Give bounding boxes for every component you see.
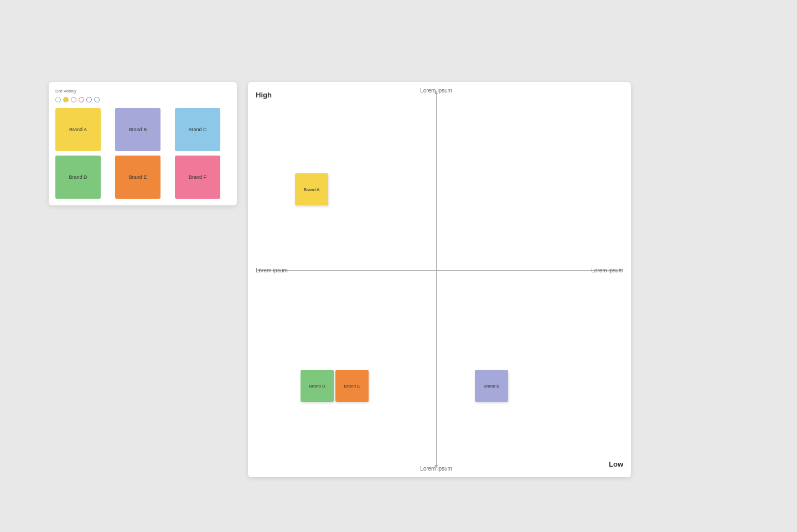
sticky-note-brand-a[interactable]: Brand A xyxy=(55,108,101,151)
dot-red[interactable] xyxy=(79,97,84,102)
matrix-sticky-brand-d[interactable]: Brand D xyxy=(301,370,334,402)
dot-voting-dots xyxy=(55,97,230,102)
matrix-panel: High Low Lorem ipsum Lorem ipsum Lorem i… xyxy=(248,82,631,477)
sticky-note-brand-c[interactable]: Brand C xyxy=(175,108,220,151)
label-left: Lorem ipsum xyxy=(256,267,288,273)
sticky-note-brand-f[interactable]: Brand F xyxy=(175,156,220,199)
sticky-note-brand-e[interactable]: Brand E xyxy=(115,156,161,199)
label-bottom: Lorem ipsum xyxy=(420,466,452,472)
matrix-sticky-brand-a[interactable]: Brand A xyxy=(295,173,328,205)
label-top: Lorem ipsum xyxy=(420,87,452,94)
vertical-axis xyxy=(436,93,437,466)
sticky-notes-grid: Brand A Brand B Brand C Brand D Brand E … xyxy=(55,108,230,199)
dot-purple[interactable] xyxy=(86,97,92,102)
dot-blue[interactable] xyxy=(94,97,100,102)
dot-yellow[interactable] xyxy=(63,97,69,102)
dot-voting-panel: Dot Voting Brand A Brand B Brand C Brand… xyxy=(49,82,237,205)
dot-green[interactable] xyxy=(55,97,61,102)
label-high: High xyxy=(256,91,272,99)
dot-voting-label: Dot Voting xyxy=(55,89,230,94)
label-low: Low xyxy=(609,460,623,468)
sticky-note-brand-b[interactable]: Brand B xyxy=(115,108,161,151)
dot-orange[interactable] xyxy=(71,97,76,102)
sticky-note-brand-d[interactable]: Brand D xyxy=(55,156,101,199)
matrix-sticky-brand-b[interactable]: Brand B xyxy=(475,370,508,402)
label-right: Lorem ipsum xyxy=(591,267,623,273)
matrix-sticky-brand-e[interactable]: Brand E xyxy=(335,370,369,402)
horizontal-axis xyxy=(259,270,620,271)
matrix-container: High Low Lorem ipsum Lorem ipsum Lorem i… xyxy=(248,82,631,477)
